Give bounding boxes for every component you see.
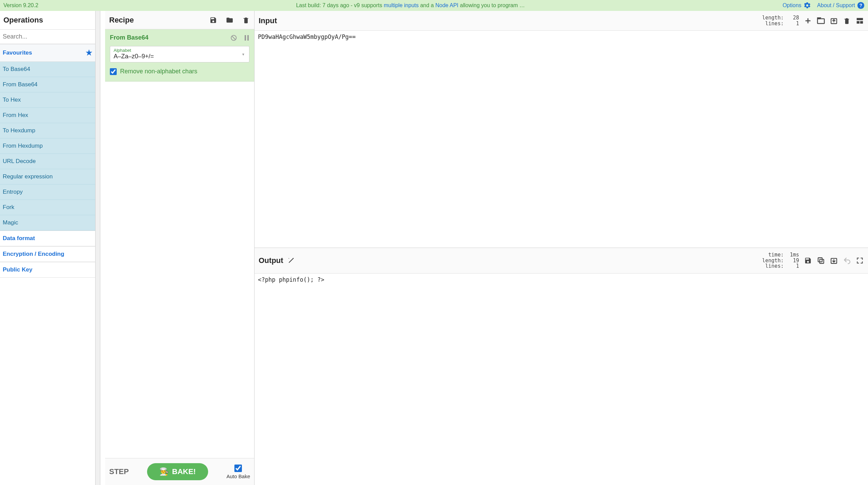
recipe-footer: STEP 👨‍🍳 BAKE! Auto Bake: [105, 458, 254, 485]
bake-label: BAKE!: [172, 467, 196, 476]
operations-panel: Operations Favourites ★ To Base64 From B…: [0, 11, 96, 485]
breakpoint-icon[interactable]: [244, 34, 249, 41]
output-header: Output time: 1ms length: 19 lines: 1: [255, 248, 868, 274]
auto-bake-checkbox[interactable]: [234, 465, 242, 472]
search-input[interactable]: [0, 30, 95, 44]
news-link-node-api[interactable]: Node API: [435, 2, 459, 8]
svg-line-3: [232, 36, 235, 40]
svg-rect-15: [820, 259, 824, 263]
add-input-tab-icon[interactable]: [804, 17, 812, 25]
category-data-format[interactable]: Data format: [0, 231, 95, 246]
recipe-operation: From Base64 Alphabet A–Za–z0–9+/= ▼: [105, 29, 254, 82]
news-prefix: Last build: 7 days ago - v9 supports: [296, 2, 384, 8]
remove-label: Remove non-alphabet chars: [120, 68, 197, 75]
operations-title: Operations: [0, 11, 95, 29]
input-header: Input length: 28 lines: 1: [255, 11, 868, 31]
io-panel: Input length: 28 lines: 1: [255, 11, 868, 485]
auto-bake-label: Auto Bake: [227, 473, 250, 479]
recipe-title: Recipe: [109, 16, 134, 25]
input-title: Input: [259, 16, 277, 25]
clear-recipe-icon[interactable]: [242, 16, 250, 24]
svg-rect-16: [818, 258, 822, 262]
save-recipe-icon[interactable]: [209, 16, 217, 24]
recipe-panel: Recipe From Base64: [105, 11, 255, 485]
op-item[interactable]: From Hexdump: [0, 138, 95, 154]
open-file-icon[interactable]: [830, 17, 838, 25]
input-pane: Input length: 28 lines: 1: [255, 11, 868, 248]
output-text: <?php phpinfo(); ?>: [255, 274, 868, 485]
bake-button[interactable]: 👨‍🍳 BAKE!: [147, 463, 208, 480]
op-item[interactable]: Fork: [0, 200, 95, 215]
magic-wand-icon[interactable]: [287, 257, 295, 264]
op-item[interactable]: To Hexdump: [0, 123, 95, 138]
output-stats: time: 1ms length: 19 lines: 1: [759, 252, 799, 269]
main-layout: Operations Favourites ★ To Base64 From B…: [0, 11, 868, 485]
op-item[interactable]: To Hex: [0, 92, 95, 108]
options-label: Options: [783, 2, 801, 9]
svg-text:?: ?: [859, 3, 862, 8]
alphabet-value: A–Za–z0–9+/=: [114, 53, 246, 60]
gear-icon: [804, 2, 811, 9]
svg-point-13: [293, 258, 294, 259]
alphabet-label: Alphabet: [114, 48, 246, 53]
replace-input-icon[interactable]: [830, 256, 838, 265]
svg-rect-10: [857, 18, 863, 20]
svg-rect-11: [857, 21, 859, 23]
recipe-body: From Base64 Alphabet A–Za–z0–9+/= ▼: [105, 29, 254, 458]
chef-icon: 👨‍🍳: [159, 467, 169, 476]
panel-divider[interactable]: [96, 11, 100, 485]
auto-bake-option: Auto Bake: [227, 465, 250, 479]
category-encryption[interactable]: Encryption / Encoding: [0, 246, 95, 262]
copy-output-icon[interactable]: [817, 256, 825, 265]
svg-rect-4: [245, 35, 246, 41]
op-item[interactable]: From Base64: [0, 77, 95, 92]
svg-rect-8: [818, 19, 824, 24]
news-mid: and a: [419, 2, 435, 8]
news-suffix: allowing you to program …: [459, 2, 525, 8]
step-button[interactable]: STEP: [109, 467, 129, 476]
load-recipe-icon[interactable]: [226, 16, 234, 24]
op-item[interactable]: Entropy: [0, 185, 95, 200]
op-item[interactable]: Regular expression: [0, 169, 95, 185]
svg-rect-12: [860, 21, 863, 23]
op-item[interactable]: URL Decode: [0, 154, 95, 169]
op-item[interactable]: From Hex: [0, 108, 95, 123]
recipe-op-title: From Base64: [110, 34, 148, 41]
recipe-header: Recipe: [105, 11, 254, 29]
alphabet-select[interactable]: Alphabet A–Za–z0–9+/= ▼: [110, 46, 249, 62]
remove-non-alphabet-option: Remove non-alphabet chars: [110, 68, 249, 75]
output-title: Output: [259, 256, 283, 265]
top-banner: Version 9.20.2 Last build: 7 days ago - …: [0, 0, 868, 11]
svg-point-14: [289, 258, 289, 259]
version-label: Version 9.20.2: [3, 2, 38, 9]
svg-rect-5: [247, 35, 249, 41]
save-output-icon[interactable]: [804, 256, 812, 265]
options-link[interactable]: Options: [783, 2, 811, 9]
chevron-down-icon: ▼: [242, 53, 245, 56]
favourites-category[interactable]: Favourites ★: [0, 44, 95, 62]
reset-layout-icon[interactable]: [856, 17, 864, 25]
news-link-multiple-inputs[interactable]: multiple inputs: [384, 2, 419, 8]
about-link[interactable]: About / Support ?: [817, 2, 865, 9]
operations-list: Favourites ★ To Base64 From Base64 To He…: [0, 44, 95, 485]
help-icon: ?: [857, 2, 865, 9]
undo-icon[interactable]: [843, 256, 851, 265]
op-item[interactable]: To Base64: [0, 62, 95, 77]
star-icon: ★: [86, 48, 92, 57]
open-folder-icon[interactable]: [817, 17, 825, 25]
news-text: Last build: 7 days ago - v9 supports mul…: [38, 2, 782, 9]
search-wrapper: [0, 29, 95, 44]
op-item[interactable]: Magic: [0, 215, 95, 231]
output-pane: Output time: 1ms length: 19 lines: 1: [255, 248, 868, 485]
input-text[interactable]: PD9waHAgcGhwaW5mbygpOyA/Pg==: [255, 31, 868, 248]
input-stats: length: 28 lines: 1: [759, 15, 799, 26]
about-label: About / Support: [817, 2, 855, 9]
favourites-label: Favourites: [3, 49, 32, 56]
remove-checkbox[interactable]: [110, 68, 117, 75]
disable-op-icon[interactable]: [230, 34, 237, 41]
category-public-key[interactable]: Public Key: [0, 262, 95, 278]
maximise-output-icon[interactable]: [856, 256, 864, 265]
clear-input-icon[interactable]: [843, 17, 851, 25]
